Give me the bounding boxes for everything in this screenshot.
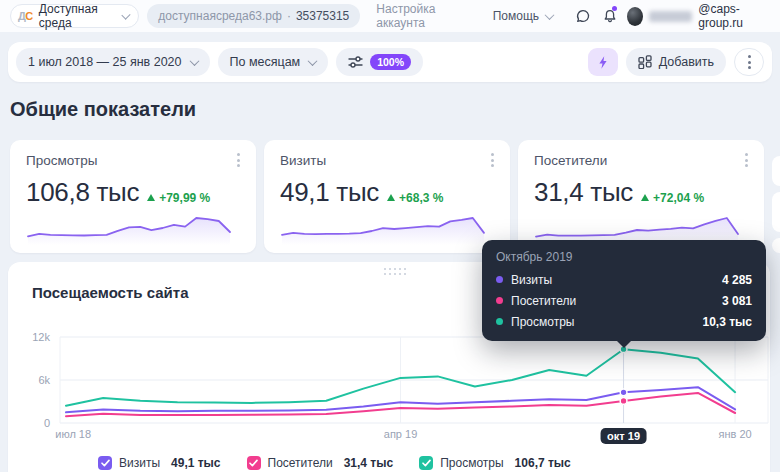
legend-item-visits[interactable]: Визиты 49,1 тыс [98, 456, 221, 470]
counter-logo-icon: ДС [18, 10, 33, 22]
legend-value: 106,7 тыс [515, 456, 571, 470]
chat-button[interactable] [574, 6, 593, 26]
tooltip-row: Просмотры 10,3 тыс [496, 311, 752, 332]
metrica-dashboard: ДС Доступная среда доступнаясреда63.рф ·… [0, 0, 780, 472]
metric-title: Просмотры [26, 153, 97, 168]
counter-domain: доступнаясреда63.рф [158, 9, 282, 23]
metric-card-visits[interactable]: Визиты 49,1 тыс +68,3 % [264, 140, 510, 253]
sparkline [24, 213, 234, 245]
tooltip-value: 3 081 [722, 294, 752, 308]
chart-legend: Визиты 49,1 тыс Посетители 31,4 тыс Прос… [98, 456, 571, 470]
card-menu-button[interactable] [491, 153, 494, 167]
series-dot-icon [496, 297, 503, 304]
toolbar-more-button[interactable] [734, 48, 764, 76]
chevron-down-icon [189, 56, 199, 66]
user-name-blurred [649, 11, 692, 22]
legend-value: 31,4 тыс [344, 456, 394, 470]
sampling-badge: 100% [370, 54, 411, 71]
metric-card-visitors[interactable]: Посетители 31,4 тыс +72,04 % [518, 140, 764, 253]
chart-y-tick: 6k [12, 372, 50, 388]
metric-card-views[interactable]: Просмотры 106,8 тыс +79,99 % [10, 140, 256, 253]
widgets-icon [638, 55, 652, 69]
metric-value: 49,1 тыс [280, 177, 379, 208]
checkbox-checked-icon [247, 456, 261, 470]
counter-selector[interactable]: ДС Доступная среда [10, 4, 139, 28]
sliders-icon [348, 55, 363, 69]
metric-delta: +79,99 % [147, 191, 210, 205]
chart-x-tick: июл 18 [55, 428, 91, 440]
next-card-peek [772, 156, 780, 186]
legend-label: Просмотры [440, 456, 503, 470]
notifications-button[interactable] [601, 6, 620, 26]
card-menu-button[interactable] [237, 153, 240, 167]
tooltip-value: 4 285 [722, 273, 752, 287]
top-bar: ДС Доступная среда доступнаясреда63.рф ·… [0, 0, 780, 32]
separator: · [287, 9, 291, 23]
next-card-peek [772, 238, 780, 253]
up-arrow-icon [387, 194, 395, 201]
x-axis-labels: июл 18апр 19окт 19янв 20 [8, 428, 770, 448]
chart-y-tick: 12k [12, 329, 50, 345]
sparkline [278, 213, 488, 245]
counter-name: Доступная среда [39, 2, 115, 30]
drag-handle-icon[interactable] [384, 268, 407, 276]
help-menu[interactable]: Помощь [493, 9, 553, 23]
add-widget-button[interactable]: Добавить [626, 48, 726, 76]
card-menu-button[interactable] [745, 153, 748, 167]
tooltip-title: Октябрь 2019 [496, 250, 752, 264]
tooltip-label: Визиты [511, 273, 552, 287]
series-dot-icon [496, 276, 503, 283]
next-card-peek [772, 192, 780, 232]
traffic-chart-svg [58, 328, 770, 432]
date-range-selector[interactable]: 1 июл 2018 — 25 янв 2020 [16, 48, 210, 76]
tooltip-row: Посетители 3 081 [496, 290, 752, 311]
quick-actions-button[interactable] [588, 48, 618, 76]
chevron-down-icon [308, 56, 318, 66]
tooltip-label: Просмотры [511, 315, 574, 329]
metric-title: Визиты [280, 153, 326, 168]
metric-delta: +72,04 % [641, 191, 704, 205]
chat-icon [575, 8, 591, 24]
help-label: Помощь [493, 9, 539, 23]
user-menu[interactable]: @caps-group.ru [627, 2, 770, 30]
metric-delta: +68,3 % [387, 191, 443, 205]
metric-title: Посетители [534, 153, 607, 168]
checkbox-checked-icon [98, 456, 112, 470]
chart-x-tick: апр 19 [384, 428, 417, 440]
chart-tooltip: Октябрь 2019 Визиты 4 285 Посетители 3 0… [482, 240, 766, 341]
avatar [627, 7, 643, 26]
user-email: @caps-group.ru [698, 2, 770, 30]
chevron-down-icon [545, 10, 555, 20]
grouping-value: По месяцам [230, 55, 301, 69]
legend-item-visitors[interactable]: Посетители 31,4 тыс [247, 456, 394, 470]
lightning-icon [596, 55, 610, 70]
account-settings-link[interactable]: Настройка аккаунта [376, 2, 470, 30]
date-range-value: 1 июл 2018 — 25 янв 2020 [28, 55, 182, 69]
up-arrow-icon [641, 194, 649, 201]
tooltip-row: Визиты 4 285 [496, 269, 752, 290]
counter-id: 35375315 [296, 9, 349, 23]
legend-label: Посетители [268, 456, 333, 470]
add-widget-label: Добавить [659, 55, 714, 69]
sampling-settings[interactable]: 100% [336, 48, 423, 76]
chart-x-tick: янв 20 [718, 428, 751, 440]
legend-value: 49,1 тыс [171, 456, 221, 470]
tooltip-label: Посетители [511, 294, 576, 308]
legend-label: Визиты [119, 456, 160, 470]
legend-item-views[interactable]: Просмотры 106,7 тыс [419, 456, 571, 470]
counter-domain-pill[interactable]: доступнаясреда63.рф · 35375315 [147, 4, 360, 28]
chart-x-tick-highlighted: окт 19 [600, 428, 647, 444]
kebab-icon [748, 55, 751, 69]
report-toolbar: 1 июл 2018 — 25 янв 2020 По месяцам 100% [8, 42, 772, 82]
metric-value: 106,8 тыс [26, 177, 139, 208]
chevron-down-icon [121, 10, 130, 19]
metric-value: 31,4 тыс [534, 177, 633, 208]
up-arrow-icon [147, 194, 155, 201]
widget-title: Посещаемость сайта [32, 284, 188, 301]
series-dot-icon [496, 318, 503, 325]
section-title: Общие показатели [10, 98, 196, 121]
grouping-selector[interactable]: По месяцам [218, 48, 329, 76]
checkbox-checked-icon [419, 456, 433, 470]
tooltip-value: 10,3 тыс [703, 315, 753, 329]
